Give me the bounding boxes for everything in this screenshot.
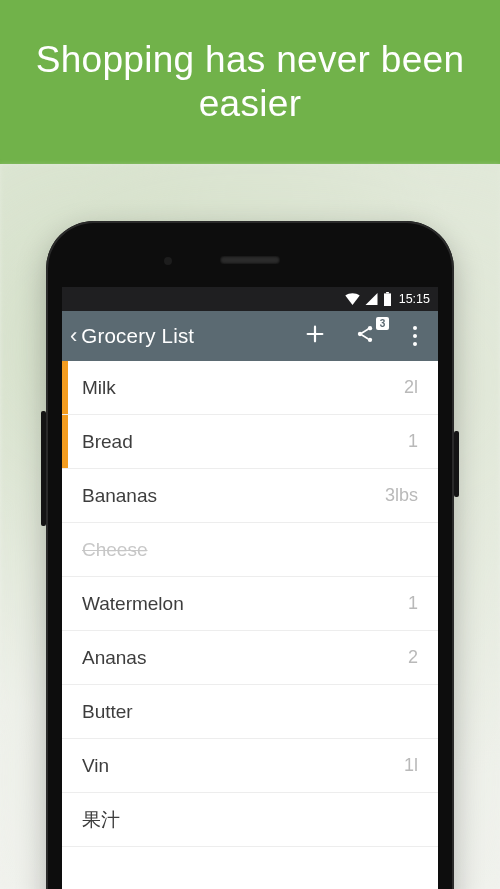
promo-headline: Shopping has never been easier: [28, 38, 472, 127]
status-clock: 15:15: [399, 292, 430, 306]
plus-icon: [304, 323, 326, 349]
list-item[interactable]: Watermelon1: [62, 577, 438, 631]
more-vert-icon: [413, 323, 417, 348]
device-volume-button: [41, 411, 46, 526]
item-accent-bar: [62, 415, 68, 468]
device-earpiece: [220, 256, 280, 264]
back-icon[interactable]: ‹: [70, 325, 77, 347]
item-name: Watermelon: [82, 593, 184, 615]
svg-rect-0: [386, 292, 389, 293]
item-quantity: 1l: [404, 755, 418, 776]
item-name: Bananas: [82, 485, 157, 507]
list-item[interactable]: Bananas3lbs: [62, 469, 438, 523]
item-name: Cheese: [82, 539, 148, 561]
item-name: Milk: [82, 377, 116, 399]
item-name: Butter: [82, 701, 133, 723]
device-power-button: [454, 431, 459, 497]
item-quantity: 2: [408, 647, 418, 668]
device-sensor: [164, 257, 172, 265]
grocery-list[interactable]: Milk2lBread1Bananas3lbsCheeseWatermelon1…: [62, 361, 438, 889]
list-item[interactable]: Bread1: [62, 415, 438, 469]
page-title[interactable]: Grocery List: [81, 324, 300, 348]
list-item[interactable]: 果汁: [62, 793, 438, 847]
list-item[interactable]: Ananas2: [62, 631, 438, 685]
item-name: Bread: [82, 431, 133, 453]
battery-icon: [383, 292, 392, 306]
item-quantity: 3lbs: [385, 485, 418, 506]
item-name: Vin: [82, 755, 109, 777]
status-bar: 15:15: [62, 287, 438, 311]
share-button[interactable]: 3: [350, 321, 380, 351]
device-frame: 15:15 ‹ Grocery List: [46, 221, 454, 889]
svg-rect-1: [384, 293, 391, 306]
list-item[interactable]: Butter: [62, 685, 438, 739]
list-item[interactable]: Milk2l: [62, 361, 438, 415]
item-quantity: 2l: [404, 377, 418, 398]
item-name: Ananas: [82, 647, 146, 669]
cell-signal-icon: [365, 293, 378, 305]
item-quantity: 1: [408, 431, 418, 452]
app-bar: ‹ Grocery List: [62, 311, 438, 361]
share-icon: [355, 324, 375, 348]
wifi-icon: [345, 293, 360, 305]
list-item[interactable]: Vin1l: [62, 739, 438, 793]
item-quantity: 1: [408, 593, 418, 614]
item-name: 果汁: [82, 807, 120, 833]
device-screen: 15:15 ‹ Grocery List: [62, 287, 438, 889]
overflow-menu-button[interactable]: [400, 321, 430, 351]
add-button[interactable]: [300, 321, 330, 351]
share-count-badge: 3: [376, 317, 389, 330]
item-accent-bar: [62, 361, 68, 414]
promo-banner: Shopping has never been easier: [0, 0, 500, 164]
list-item[interactable]: Cheese: [62, 523, 438, 577]
